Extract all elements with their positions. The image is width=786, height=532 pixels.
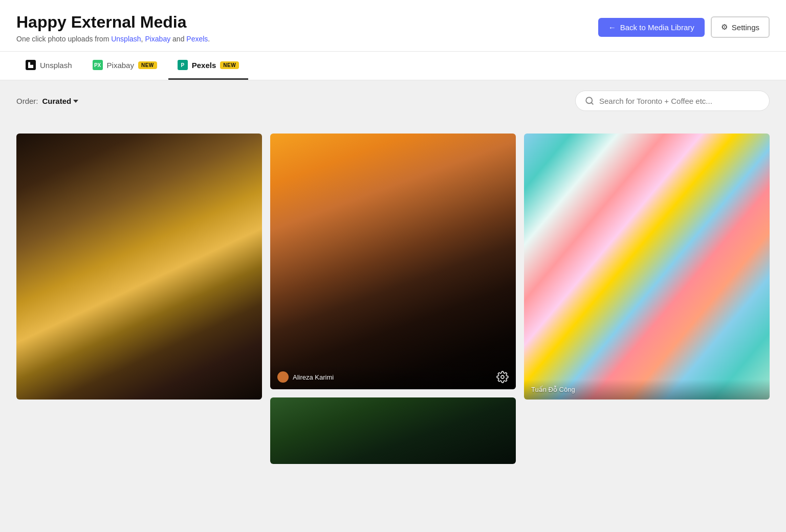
image-column-2: Alireza Karimi: [270, 134, 516, 464]
image-column-1: [16, 134, 262, 464]
back-to-media-library-button[interactable]: ← Back to Media Library: [598, 18, 705, 37]
settings-button-label: Settings: [732, 23, 759, 32]
search-input[interactable]: [599, 97, 760, 105]
unsplash-link[interactable]: Unsplash: [111, 35, 141, 43]
photographer-info-person: Alireza Karimi: [277, 371, 334, 383]
pexels-tab-icon: P: [178, 60, 188, 70]
unsplash-logo: [26, 60, 36, 70]
tab-bar: Unsplash PX Pixabay NEW P Pexels NEW: [0, 52, 786, 80]
pexels-new-badge: NEW: [220, 61, 239, 69]
image-grid: Alireza Karimi Tuấn Đỗ Công: [0, 121, 786, 476]
tab-pexels-label: Pexels: [192, 61, 216, 70]
tab-pexels[interactable]: P Pexels NEW: [168, 52, 248, 80]
order-control: Order: Curated: [16, 97, 78, 105]
header-left: Happy External Media One click photo upl…: [16, 12, 210, 43]
pixabay-link[interactable]: Pixabay: [145, 35, 170, 43]
order-label: Order:: [16, 97, 38, 105]
chevron-down-icon: [73, 100, 78, 103]
controls-bar: Order: Curated: [0, 80, 786, 121]
photographer-avatar-person: [277, 371, 289, 383]
tab-pixabay-label: Pixabay: [107, 61, 134, 70]
seafood-overlay: Tuấn Đỗ Công: [524, 380, 770, 400]
page-title: Happy External Media: [16, 12, 210, 32]
settings-button[interactable]: ⚙ Settings: [711, 16, 770, 38]
header-subtitle: One click photo uploads from Unsplash, P…: [16, 35, 210, 43]
page-header: Happy External Media One click photo upl…: [0, 0, 786, 52]
gear-icon: ⚙: [721, 23, 728, 32]
pexels-logo: P: [178, 60, 188, 70]
pixabay-tab-icon: PX: [93, 60, 103, 70]
tab-unsplash[interactable]: Unsplash: [16, 52, 81, 80]
order-value: Curated: [42, 97, 72, 105]
image-column-3: Tuấn Đỗ Công: [524, 134, 770, 464]
arrow-left-icon: ←: [608, 23, 616, 32]
photographer-info-seafood: Tuấn Đỗ Công: [531, 386, 575, 393]
header-actions: ← Back to Media Library ⚙ Settings: [598, 16, 770, 38]
order-dropdown[interactable]: Curated: [42, 97, 79, 105]
tab-unsplash-label: Unsplash: [40, 61, 72, 70]
pexels-link[interactable]: Pexels: [186, 35, 208, 43]
photographer-name-seafood: Tuấn Đỗ Công: [531, 386, 575, 393]
pixabay-new-badge: NEW: [138, 61, 157, 69]
tab-pixabay[interactable]: PX Pixabay NEW: [83, 52, 166, 80]
svg-point-2: [501, 375, 504, 379]
pixabay-logo: PX: [93, 60, 103, 70]
image-card-seafood[interactable]: Tuấn Đỗ Công: [524, 134, 770, 400]
person-overlay: Alireza Karimi: [270, 365, 516, 389]
back-button-label: Back to Media Library: [620, 23, 694, 32]
search-icon: [585, 96, 594, 105]
unsplash-tab-icon: [26, 60, 36, 70]
image-card-architecture[interactable]: [16, 134, 262, 400]
svg-line-1: [591, 103, 593, 104]
photographer-name-person: Alireza Karimi: [293, 373, 334, 381]
image-card-person[interactable]: Alireza Karimi: [270, 134, 516, 389]
image-card-forest[interactable]: [270, 397, 516, 464]
subtitle-text: One click photo uploads from: [16, 35, 109, 43]
search-bar[interactable]: [575, 91, 770, 111]
gear-overlay-icon: [496, 371, 509, 383]
